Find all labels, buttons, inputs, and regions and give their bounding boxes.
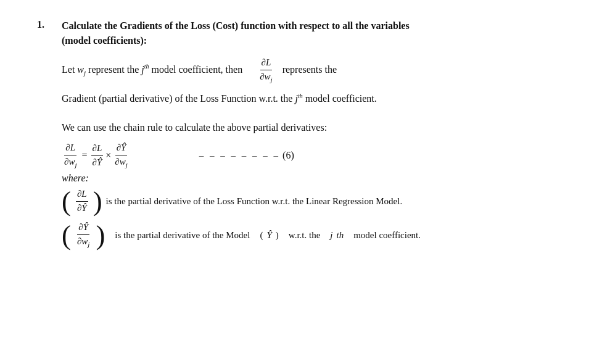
open-paren-2: (	[62, 221, 71, 249]
def2-row: ( ∂Ŷ ∂wj ) is the partial derivative of …	[62, 221, 577, 249]
def2-yhat-paren: (	[260, 228, 263, 242]
equation-number: (6)	[282, 150, 294, 161]
section-content: Calculate the Gradients of the Loss (Cos…	[62, 19, 577, 255]
def2-jth-j: j	[330, 228, 332, 242]
equation-dashes: – – – – – – – –	[199, 151, 280, 161]
para3: We can use the chain rule to calculate t…	[62, 119, 577, 136]
frac-lhs: ∂L ∂wj	[63, 142, 78, 169]
frac-def2: ∂Ŷ ∂wj	[76, 221, 91, 249]
main-section: 1. Calculate the Gradients of the Loss (…	[37, 19, 577, 255]
close-paren-1: )	[93, 188, 102, 215]
def2-jth-th: th	[336, 230, 344, 240]
def2-yhat: Ŷ	[266, 228, 271, 242]
def1-text: is the partial derivative of the Loss Fu…	[106, 194, 403, 209]
def2-text2: w.r.t. the	[289, 228, 321, 242]
equation-row: ∂L ∂wj = ∂L ∂Ŷ × ∂Ŷ ∂wj – – – – – – – – …	[62, 142, 577, 169]
def1-row: ( ∂L ∂Ŷ ) is the partial derivative of t…	[62, 188, 577, 215]
frac-dYhat-dwj: ∂Ŷ ∂wj	[113, 142, 128, 169]
para2: Gradient (partial derivative) of the Los…	[62, 90, 577, 107]
def2-text3: model coefficient.	[353, 228, 421, 242]
frac-dL-dwj: ∂L ∂wj	[258, 57, 273, 84]
def2-text1: is the partial derivative of the Model	[115, 228, 250, 242]
frac-dL-dYhat: ∂L ∂Ŷ	[91, 143, 104, 168]
para1: Let wj represent the jth model coefficie…	[62, 57, 577, 84]
open-paren-1: (	[62, 188, 71, 215]
close-paren-2: )	[96, 221, 105, 249]
section-number: 1.	[37, 19, 52, 255]
section-title: Calculate the Gradients of the Loss (Cos…	[62, 19, 577, 48]
frac-def1: ∂L ∂Ŷ	[76, 188, 88, 214]
where-label: where:	[62, 173, 577, 184]
